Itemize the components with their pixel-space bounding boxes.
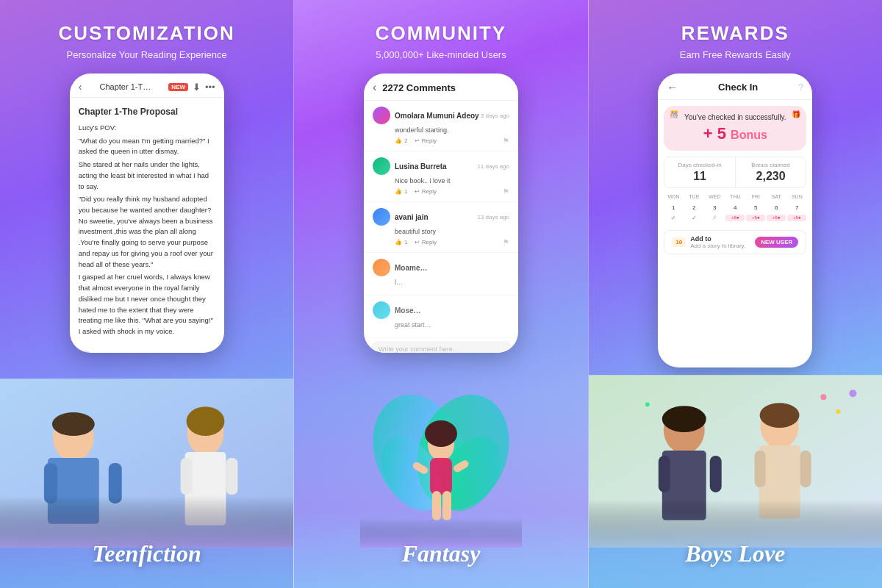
- time-1: 3 days ago: [481, 112, 509, 119]
- flag-icon-2[interactable]: ⚑: [503, 187, 509, 196]
- svg-rect-21: [432, 491, 441, 520]
- cal-mon: MON: [664, 193, 683, 201]
- mark-7: +5●: [787, 215, 806, 221]
- reply-btn-1[interactable]: ↩ Reply: [415, 137, 437, 145]
- comment-3: avani jain 13 days ago beautiful story 👍…: [364, 202, 518, 253]
- svg-rect-22: [442, 491, 451, 520]
- story-p1: "What do you mean I'm getting married?" …: [79, 136, 215, 157]
- calendar-grid: MON TUE WED THU FRI SAT SUN 1 2 3 4 5 6 …: [664, 193, 806, 221]
- username-3: avani jain: [395, 213, 429, 221]
- cal-d4: 4: [725, 202, 745, 213]
- phone-3-header: ← Check In ?: [658, 74, 812, 100]
- couple-photo: [0, 379, 293, 548]
- cal-sat: SAT: [767, 193, 786, 201]
- back-icon[interactable]: ‹: [79, 81, 82, 93]
- card-sub: Add a story to library.: [690, 243, 750, 249]
- new-badge: NEW: [168, 83, 188, 91]
- mark-4: +5●: [725, 215, 745, 221]
- username-2: Lusina Burreta: [395, 162, 447, 171]
- svg-rect-17: [430, 458, 452, 495]
- comments-title: 2272 Comments: [382, 82, 456, 93]
- main-container: CUSTOMIZATION Personalize Your Reading E…: [0, 0, 882, 588]
- mark-2: ✓: [684, 215, 703, 221]
- cal-tue: TUE: [684, 193, 703, 201]
- username-4: Moame…: [395, 264, 427, 272]
- boys-photo: [589, 375, 882, 548]
- checkin-bonus: + 5 Bonus: [673, 124, 797, 143]
- fairy-figure: [360, 371, 522, 548]
- audio-icon[interactable]: 🔊: [79, 351, 91, 353]
- panel-3-title: REWARDS: [681, 22, 789, 45]
- mark-5: +5●: [746, 215, 765, 221]
- comment-5: Mose… great start…: [364, 295, 518, 338]
- panel-2-title: COMMUNITY: [376, 22, 506, 45]
- svg-point-36: [836, 409, 840, 414]
- svg-point-29: [662, 406, 706, 432]
- cal-thu: THU: [725, 193, 745, 201]
- new-user-btn[interactable]: NEW USER: [755, 237, 798, 248]
- panel-2-subtitle: 5,000,000+ Like-minded Users: [376, 49, 506, 60]
- cal-d7: 7: [787, 202, 806, 213]
- couple-svg: [0, 379, 293, 548]
- cal-fri: FRI: [746, 193, 765, 201]
- comment-placeholder: Write your comment here...: [379, 345, 458, 353]
- card-title: Add to: [690, 235, 750, 243]
- cal-d3: 3: [705, 202, 724, 213]
- stat-days-value: 11: [670, 170, 729, 183]
- back-icon-3[interactable]: ←: [667, 81, 678, 93]
- coins-value: 10: [672, 237, 686, 247]
- back-icon-2[interactable]: ‹: [373, 81, 376, 94]
- chapter-content: Chapter 1-The Proposal Lucy's POV: "What…: [70, 98, 224, 345]
- download-icon[interactable]: ⬇: [193, 82, 201, 93]
- more-icon[interactable]: •••: [205, 82, 215, 93]
- svg-point-34: [759, 403, 799, 428]
- phone-2-header: ‹ 2272 Comments: [364, 74, 518, 101]
- avatar-4: [373, 259, 390, 276]
- svg-point-35: [820, 394, 826, 400]
- comment-2: Lusina Burreta 11 days ago Nice book.. i…: [364, 151, 518, 202]
- bottom-card: 10 Add to Add a story to library. NEW US…: [664, 230, 806, 254]
- story-pov: Lucy's POV:: [79, 123, 215, 134]
- flag-icon-3[interactable]: ⚑: [503, 238, 509, 246]
- panel-community: COMMUNITY 5,000,000+ Like-minded Users ‹…: [293, 0, 588, 588]
- svg-point-37: [849, 390, 856, 397]
- comment-text-3: beautiful story: [395, 228, 509, 235]
- reply-btn-3[interactable]: ↩ Reply: [415, 238, 437, 246]
- checkin-message: You've checked in successfully.: [673, 113, 797, 121]
- stat-days-label: Days checked-in: [670, 162, 729, 168]
- flag-icon-1[interactable]: ⚑: [503, 137, 509, 145]
- svg-rect-8: [226, 458, 237, 495]
- comment-text-4: l…: [395, 279, 509, 286]
- like-btn-3[interactable]: 👍 1: [395, 238, 407, 246]
- phone-1: ‹ Chapter 1-T… NEW ⬇ ••• Chapter 1-The P…: [70, 74, 224, 353]
- reply-btn-2[interactable]: ↩ Reply: [415, 187, 437, 196]
- panel-rewards: REWARDS Earn Free Rewards Easily ← Check…: [589, 0, 882, 588]
- stat-bonus-value: 2,230: [742, 170, 800, 183]
- story-p3: "Did you really think my husband adopted…: [79, 194, 215, 270]
- panel-1-title: CUSTOMIZATION: [59, 22, 235, 45]
- phone-3: ← Check In ? 🎊 🎁 You've checked in succe…: [658, 74, 812, 368]
- comment-1: Omolara Mumuni Adeoy 3 days ago wonderfu…: [364, 101, 518, 151]
- question-icon[interactable]: ?: [798, 82, 803, 93]
- new-user-wrapper: NEW USER: [755, 237, 798, 248]
- genre-label-1: Teenfiction: [93, 540, 201, 567]
- svg-point-9: [187, 406, 225, 436]
- avatar-2: [373, 157, 390, 175]
- audio-controls: 🔊: [70, 345, 224, 353]
- comment-text-1: wonderful starting.: [395, 126, 509, 134]
- time-2: 11 days ago: [477, 163, 509, 170]
- svg-rect-27: [658, 456, 670, 492]
- cal-d2: 2: [684, 202, 703, 213]
- svg-point-18: [425, 420, 457, 447]
- chapter-title: Chapter 1-The Proposal: [79, 105, 215, 118]
- username-5: Mose…: [395, 306, 421, 315]
- checkin-title: Check In: [684, 82, 792, 93]
- stat-days: Days checked-in 11: [664, 157, 736, 187]
- fairy-svg: [360, 371, 522, 548]
- panel-3-subtitle: Earn Free Rewards Easily: [680, 49, 791, 60]
- comment-input[interactable]: Write your comment here...: [370, 341, 512, 353]
- like-btn-2[interactable]: 👍 1: [395, 187, 407, 196]
- cal-wed: WED: [705, 193, 724, 201]
- comment-text-2: Nice book.. i love it: [395, 177, 509, 184]
- like-btn-1[interactable]: 👍 2: [395, 137, 407, 145]
